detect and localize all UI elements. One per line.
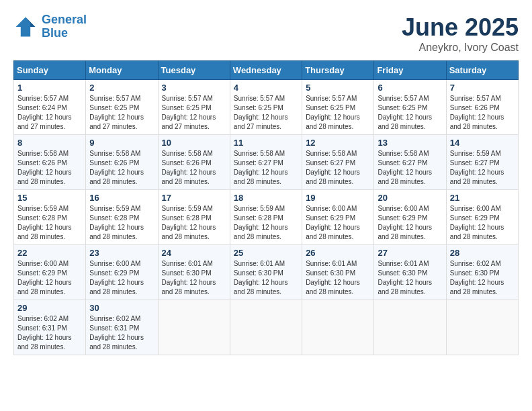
day-number: 21 <box>450 193 515 203</box>
day-number: 27 <box>378 248 442 258</box>
logo: General Blue <box>13 13 87 40</box>
day-info: Sunrise: 5:57 AM Sunset: 6:25 PM Dayligh… <box>162 94 226 132</box>
day-number: 29 <box>17 303 82 313</box>
calendar-week-5: 29 Sunrise: 6:02 AM Sunset: 6:31 PM Dayl… <box>14 300 519 355</box>
day-info: Sunrise: 6:02 AM Sunset: 6:30 PM Dayligh… <box>450 259 515 297</box>
day-info: Sunrise: 6:00 AM Sunset: 6:29 PM Dayligh… <box>306 204 370 242</box>
day-info: Sunrise: 5:58 AM Sunset: 6:27 PM Dayligh… <box>234 149 298 187</box>
day-number: 25 <box>234 248 298 258</box>
day-number: 30 <box>89 303 154 313</box>
month-title: June 2025 <box>402 13 519 42</box>
day-info: Sunrise: 5:59 AM Sunset: 6:28 PM Dayligh… <box>234 204 298 242</box>
day-number: 22 <box>17 248 82 258</box>
calendar-cell: 7 Sunrise: 5:57 AM Sunset: 6:26 PM Dayli… <box>446 80 518 135</box>
day-number: 15 <box>17 193 82 203</box>
day-info: Sunrise: 6:00 AM Sunset: 6:29 PM Dayligh… <box>378 204 442 242</box>
calendar-week-4: 22 Sunrise: 6:00 AM Sunset: 6:29 PM Dayl… <box>14 245 519 300</box>
day-number: 10 <box>162 138 226 148</box>
day-info: Sunrise: 5:57 AM Sunset: 6:25 PM Dayligh… <box>378 94 442 132</box>
day-info: Sunrise: 6:00 AM Sunset: 6:29 PM Dayligh… <box>450 204 515 242</box>
day-number: 4 <box>234 83 298 93</box>
day-info: Sunrise: 5:59 AM Sunset: 6:28 PM Dayligh… <box>162 204 226 242</box>
calendar-body: 1 Sunrise: 5:57 AM Sunset: 6:24 PM Dayli… <box>14 80 519 355</box>
calendar-table: SundayMondayTuesdayWednesdayThursdayFrid… <box>13 60 519 355</box>
calendar-cell: 12 Sunrise: 5:58 AM Sunset: 6:27 PM Dayl… <box>302 135 374 190</box>
calendar-cell: 24 Sunrise: 6:01 AM Sunset: 6:30 PM Dayl… <box>158 245 230 300</box>
day-number: 16 <box>89 193 154 203</box>
day-number: 12 <box>306 138 370 148</box>
calendar-cell: 6 Sunrise: 5:57 AM Sunset: 6:25 PM Dayli… <box>374 80 446 135</box>
day-number: 2 <box>89 83 154 93</box>
calendar-week-3: 15 Sunrise: 5:59 AM Sunset: 6:28 PM Dayl… <box>14 190 519 245</box>
calendar-cell: 10 Sunrise: 5:58 AM Sunset: 6:26 PM Dayl… <box>158 135 230 190</box>
calendar-cell: 8 Sunrise: 5:58 AM Sunset: 6:26 PM Dayli… <box>14 135 86 190</box>
day-number: 17 <box>162 193 226 203</box>
weekday-header-monday: Monday <box>86 61 158 80</box>
calendar-cell: 23 Sunrise: 6:00 AM Sunset: 6:29 PM Dayl… <box>86 245 158 300</box>
title-area: June 2025 Aneykro, Ivory Coast <box>402 13 519 54</box>
day-info: Sunrise: 6:02 AM Sunset: 6:31 PM Dayligh… <box>17 314 82 352</box>
calendar-cell: 18 Sunrise: 5:59 AM Sunset: 6:28 PM Dayl… <box>230 190 302 245</box>
day-number: 23 <box>89 248 154 258</box>
day-info: Sunrise: 5:59 AM Sunset: 6:27 PM Dayligh… <box>450 149 515 187</box>
day-number: 7 <box>450 83 515 93</box>
day-number: 24 <box>162 248 226 258</box>
location-title: Aneykro, Ivory Coast <box>402 42 519 54</box>
calendar-week-1: 1 Sunrise: 5:57 AM Sunset: 6:24 PM Dayli… <box>14 80 519 135</box>
calendar-cell: 22 Sunrise: 6:00 AM Sunset: 6:29 PM Dayl… <box>14 245 86 300</box>
calendar-cell <box>230 300 302 355</box>
calendar-cell: 1 Sunrise: 5:57 AM Sunset: 6:24 PM Dayli… <box>14 80 86 135</box>
day-number: 6 <box>378 83 442 93</box>
calendar-cell: 9 Sunrise: 5:58 AM Sunset: 6:26 PM Dayli… <box>86 135 158 190</box>
day-number: 5 <box>306 83 370 93</box>
day-info: Sunrise: 5:59 AM Sunset: 6:28 PM Dayligh… <box>89 204 154 242</box>
day-number: 3 <box>162 83 226 93</box>
day-number: 20 <box>378 193 442 203</box>
calendar-cell: 17 Sunrise: 5:59 AM Sunset: 6:28 PM Dayl… <box>158 190 230 245</box>
day-number: 8 <box>17 138 82 148</box>
day-info: Sunrise: 5:57 AM Sunset: 6:26 PM Dayligh… <box>450 94 515 132</box>
calendar-cell: 21 Sunrise: 6:00 AM Sunset: 6:29 PM Dayl… <box>446 190 518 245</box>
logo-text: General Blue <box>42 13 87 40</box>
day-info: Sunrise: 6:00 AM Sunset: 6:29 PM Dayligh… <box>89 259 154 297</box>
day-info: Sunrise: 5:57 AM Sunset: 6:25 PM Dayligh… <box>306 94 370 132</box>
day-number: 9 <box>89 138 154 148</box>
day-number: 11 <box>234 138 298 148</box>
day-info: Sunrise: 6:02 AM Sunset: 6:31 PM Dayligh… <box>89 314 154 352</box>
day-info: Sunrise: 6:01 AM Sunset: 6:30 PM Dayligh… <box>162 259 226 297</box>
calendar-cell: 15 Sunrise: 5:59 AM Sunset: 6:28 PM Dayl… <box>14 190 86 245</box>
day-info: Sunrise: 5:58 AM Sunset: 6:27 PM Dayligh… <box>378 149 442 187</box>
calendar-cell: 29 Sunrise: 6:02 AM Sunset: 6:31 PM Dayl… <box>14 300 86 355</box>
day-info: Sunrise: 6:00 AM Sunset: 6:29 PM Dayligh… <box>17 259 82 297</box>
weekday-header-saturday: Saturday <box>446 61 518 80</box>
weekday-header-sunday: Sunday <box>14 61 86 80</box>
weekday-header-wednesday: Wednesday <box>230 61 302 80</box>
calendar-cell: 13 Sunrise: 5:58 AM Sunset: 6:27 PM Dayl… <box>374 135 446 190</box>
weekday-header-row: SundayMondayTuesdayWednesdayThursdayFrid… <box>14 61 519 80</box>
day-number: 13 <box>378 138 442 148</box>
calendar-week-2: 8 Sunrise: 5:58 AM Sunset: 6:26 PM Dayli… <box>14 135 519 190</box>
calendar-cell: 26 Sunrise: 6:01 AM Sunset: 6:30 PM Dayl… <box>302 245 374 300</box>
day-info: Sunrise: 5:58 AM Sunset: 6:26 PM Dayligh… <box>162 149 226 187</box>
calendar-cell: 19 Sunrise: 6:00 AM Sunset: 6:29 PM Dayl… <box>302 190 374 245</box>
day-info: Sunrise: 5:59 AM Sunset: 6:28 PM Dayligh… <box>17 204 82 242</box>
day-info: Sunrise: 6:01 AM Sunset: 6:30 PM Dayligh… <box>234 259 298 297</box>
day-number: 19 <box>306 193 370 203</box>
day-info: Sunrise: 5:58 AM Sunset: 6:26 PM Dayligh… <box>89 149 154 187</box>
weekday-header-thursday: Thursday <box>302 61 374 80</box>
day-info: Sunrise: 5:57 AM Sunset: 6:25 PM Dayligh… <box>234 94 298 132</box>
day-info: Sunrise: 5:57 AM Sunset: 6:24 PM Dayligh… <box>17 94 82 132</box>
calendar-cell <box>446 300 518 355</box>
day-number: 28 <box>450 248 515 258</box>
calendar-cell <box>302 300 374 355</box>
weekday-header-friday: Friday <box>374 61 446 80</box>
calendar-cell: 27 Sunrise: 6:01 AM Sunset: 6:30 PM Dayl… <box>374 245 446 300</box>
page-header: General Blue June 2025 Aneykro, Ivory Co… <box>13 13 519 54</box>
day-info: Sunrise: 5:58 AM Sunset: 6:26 PM Dayligh… <box>17 149 82 187</box>
calendar-cell: 25 Sunrise: 6:01 AM Sunset: 6:30 PM Dayl… <box>230 245 302 300</box>
day-number: 1 <box>17 83 82 93</box>
day-info: Sunrise: 5:57 AM Sunset: 6:25 PM Dayligh… <box>89 94 154 132</box>
day-info: Sunrise: 5:58 AM Sunset: 6:27 PM Dayligh… <box>306 149 370 187</box>
calendar-cell: 5 Sunrise: 5:57 AM Sunset: 6:25 PM Dayli… <box>302 80 374 135</box>
calendar-cell: 3 Sunrise: 5:57 AM Sunset: 6:25 PM Dayli… <box>158 80 230 135</box>
